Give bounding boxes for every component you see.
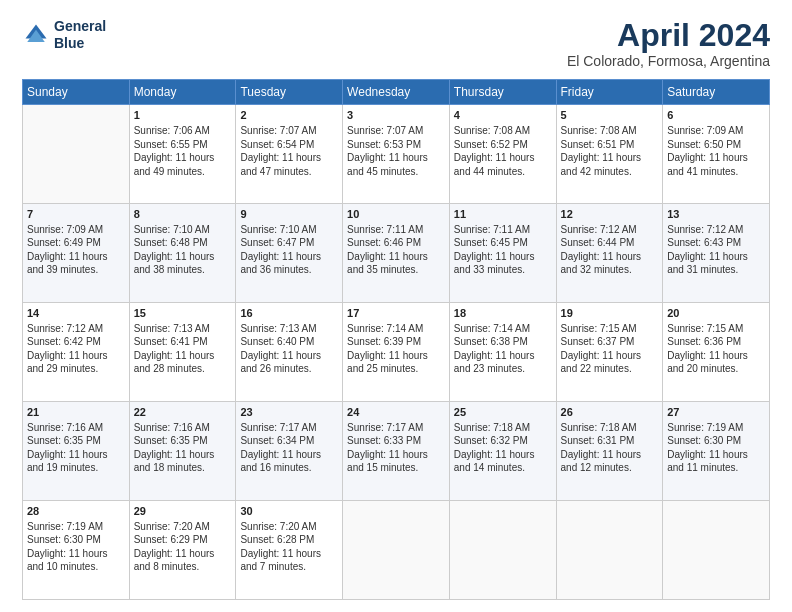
day-info: Sunset: 6:31 PM (561, 434, 659, 448)
calendar-cell: 1Sunrise: 7:06 AMSunset: 6:55 PMDaylight… (129, 105, 236, 204)
day-info: Daylight: 11 hours (240, 349, 338, 363)
day-info: Sunset: 6:33 PM (347, 434, 445, 448)
day-info: Daylight: 11 hours (240, 547, 338, 561)
day-info: Daylight: 11 hours (27, 448, 125, 462)
day-info: Daylight: 11 hours (454, 250, 552, 264)
day-info: Sunset: 6:52 PM (454, 138, 552, 152)
day-number: 25 (454, 405, 552, 420)
day-number: 14 (27, 306, 125, 321)
calendar-cell: 14Sunrise: 7:12 AMSunset: 6:42 PMDayligh… (23, 303, 130, 402)
day-info: Sunrise: 7:08 AM (561, 124, 659, 138)
day-info: Sunset: 6:38 PM (454, 335, 552, 349)
day-info: Sunrise: 7:14 AM (347, 322, 445, 336)
day-info: Daylight: 11 hours (27, 349, 125, 363)
day-info: Daylight: 11 hours (134, 448, 232, 462)
day-info: Sunrise: 7:11 AM (454, 223, 552, 237)
day-number: 22 (134, 405, 232, 420)
day-info: Sunrise: 7:10 AM (240, 223, 338, 237)
day-info: Daylight: 11 hours (454, 349, 552, 363)
logo-icon (22, 21, 50, 49)
calendar-cell: 2Sunrise: 7:07 AMSunset: 6:54 PMDaylight… (236, 105, 343, 204)
day-info: Daylight: 11 hours (667, 151, 765, 165)
calendar-cell: 28Sunrise: 7:19 AMSunset: 6:30 PMDayligh… (23, 501, 130, 600)
calendar-cell: 3Sunrise: 7:07 AMSunset: 6:53 PMDaylight… (343, 105, 450, 204)
day-info: Sunset: 6:45 PM (454, 236, 552, 250)
day-info: Sunset: 6:44 PM (561, 236, 659, 250)
day-info: Daylight: 11 hours (454, 448, 552, 462)
day-info: Sunset: 6:30 PM (667, 434, 765, 448)
day-info: Sunset: 6:35 PM (134, 434, 232, 448)
day-info: and 18 minutes. (134, 461, 232, 475)
day-info: and 12 minutes. (561, 461, 659, 475)
day-info: Sunrise: 7:07 AM (240, 124, 338, 138)
calendar-cell: 25Sunrise: 7:18 AMSunset: 6:32 PMDayligh… (449, 402, 556, 501)
calendar-cell: 9Sunrise: 7:10 AMSunset: 6:47 PMDaylight… (236, 204, 343, 303)
calendar-cell: 22Sunrise: 7:16 AMSunset: 6:35 PMDayligh… (129, 402, 236, 501)
day-info: Sunset: 6:55 PM (134, 138, 232, 152)
day-info: Sunrise: 7:12 AM (667, 223, 765, 237)
day-info: Sunrise: 7:19 AM (27, 520, 125, 534)
day-number: 19 (561, 306, 659, 321)
day-info: Sunset: 6:40 PM (240, 335, 338, 349)
calendar-cell: 13Sunrise: 7:12 AMSunset: 6:43 PMDayligh… (663, 204, 770, 303)
day-info: and 29 minutes. (27, 362, 125, 376)
day-info: Sunrise: 7:18 AM (454, 421, 552, 435)
calendar-cell: 24Sunrise: 7:17 AMSunset: 6:33 PMDayligh… (343, 402, 450, 501)
calendar-cell: 21Sunrise: 7:16 AMSunset: 6:35 PMDayligh… (23, 402, 130, 501)
day-info: Daylight: 11 hours (347, 250, 445, 264)
day-info: Sunrise: 7:12 AM (27, 322, 125, 336)
day-info: and 38 minutes. (134, 263, 232, 277)
day-info: Sunset: 6:51 PM (561, 138, 659, 152)
day-info: Sunset: 6:46 PM (347, 236, 445, 250)
title-block: April 2024 El Colorado, Formosa, Argenti… (567, 18, 770, 69)
day-info: and 39 minutes. (27, 263, 125, 277)
day-info: and 35 minutes. (347, 263, 445, 277)
day-info: and 49 minutes. (134, 165, 232, 179)
calendar-cell: 19Sunrise: 7:15 AMSunset: 6:37 PMDayligh… (556, 303, 663, 402)
day-number: 28 (27, 504, 125, 519)
day-info: Daylight: 11 hours (454, 151, 552, 165)
header: General Blue April 2024 El Colorado, For… (22, 18, 770, 69)
day-number: 13 (667, 207, 765, 222)
day-info: and 33 minutes. (454, 263, 552, 277)
day-info: Daylight: 11 hours (347, 448, 445, 462)
logo: General Blue (22, 18, 106, 52)
day-info: and 10 minutes. (27, 560, 125, 574)
day-info: Sunrise: 7:13 AM (240, 322, 338, 336)
day-info: Daylight: 11 hours (667, 448, 765, 462)
day-info: Sunset: 6:54 PM (240, 138, 338, 152)
day-number: 20 (667, 306, 765, 321)
day-info: and 28 minutes. (134, 362, 232, 376)
day-info: and 26 minutes. (240, 362, 338, 376)
day-number: 26 (561, 405, 659, 420)
col-header-monday: Monday (129, 80, 236, 105)
calendar-cell: 23Sunrise: 7:17 AMSunset: 6:34 PMDayligh… (236, 402, 343, 501)
day-number: 29 (134, 504, 232, 519)
calendar-cell: 5Sunrise: 7:08 AMSunset: 6:51 PMDaylight… (556, 105, 663, 204)
day-info: Daylight: 11 hours (240, 250, 338, 264)
day-info: and 31 minutes. (667, 263, 765, 277)
day-info: Sunset: 6:53 PM (347, 138, 445, 152)
day-info: and 20 minutes. (667, 362, 765, 376)
calendar-cell: 27Sunrise: 7:19 AMSunset: 6:30 PMDayligh… (663, 402, 770, 501)
day-number: 3 (347, 108, 445, 123)
day-info: Daylight: 11 hours (561, 448, 659, 462)
day-info: Sunset: 6:30 PM (27, 533, 125, 547)
day-info: Sunrise: 7:18 AM (561, 421, 659, 435)
day-info: Daylight: 11 hours (134, 250, 232, 264)
calendar-cell: 4Sunrise: 7:08 AMSunset: 6:52 PMDaylight… (449, 105, 556, 204)
day-number: 23 (240, 405, 338, 420)
col-header-wednesday: Wednesday (343, 80, 450, 105)
day-number: 2 (240, 108, 338, 123)
day-info: and 41 minutes. (667, 165, 765, 179)
day-info: Sunrise: 7:09 AM (667, 124, 765, 138)
day-info: and 7 minutes. (240, 560, 338, 574)
day-info: Sunrise: 7:06 AM (134, 124, 232, 138)
day-info: Sunset: 6:35 PM (27, 434, 125, 448)
sub-title: El Colorado, Formosa, Argentina (567, 53, 770, 69)
day-info: Sunset: 6:37 PM (561, 335, 659, 349)
day-number: 9 (240, 207, 338, 222)
day-info: Daylight: 11 hours (134, 151, 232, 165)
calendar-cell (23, 105, 130, 204)
day-info: Sunrise: 7:13 AM (134, 322, 232, 336)
